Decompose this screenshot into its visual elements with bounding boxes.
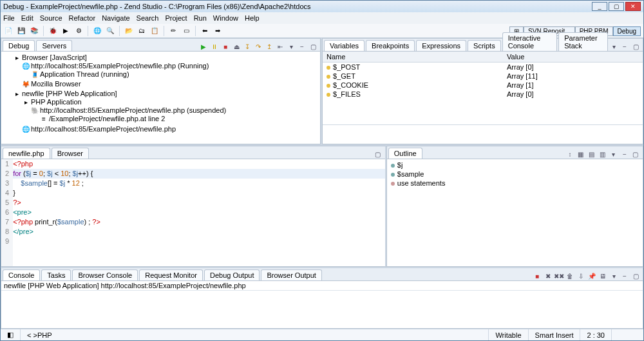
maximize-view-icon[interactable]: ▢ (374, 150, 383, 159)
remove-all-icon[interactable]: ✖✖ (554, 271, 564, 280)
minimize-view-icon[interactable]: − (298, 42, 307, 51)
disconnect-icon[interactable]: ⏏ (232, 42, 241, 51)
tree-node[interactable]: ≡/ExampleProject/newfile.php.at line 2 (40, 114, 317, 123)
outline-item[interactable]: $j (390, 161, 640, 170)
maximize-view-icon[interactable]: ▢ (631, 150, 640, 159)
browser-icon[interactable]: 🌐 (92, 26, 102, 36)
outline-item[interactable]: use statements (390, 179, 640, 188)
terminate-icon[interactable]: ■ (221, 42, 230, 51)
view-menu-icon[interactable]: ▾ (287, 42, 296, 51)
console-output[interactable] (1, 291, 643, 328)
pin-icon[interactable]: 📌 (587, 271, 596, 280)
rect-icon[interactable]: ▭ (181, 26, 191, 36)
new-icon[interactable]: 📄 (3, 26, 14, 36)
tab-parameter-stack[interactable]: Parameter Stack (558, 32, 608, 51)
variables-table[interactable]: NameValue $_POSTArray [0]$_GETArray [11]… (323, 52, 643, 99)
perspective-debug[interactable]: Debug (613, 26, 641, 36)
tab-variables[interactable]: Variables (324, 40, 365, 51)
tab-browser-console[interactable]: Browser Console (72, 269, 138, 280)
menu-edit[interactable]: Edit (21, 14, 33, 22)
nav-fwd-icon[interactable]: ➡ (213, 26, 223, 36)
tab-request-monitor[interactable]: Request Monitor (139, 269, 203, 280)
tab-debug-output[interactable]: Debug Output (204, 269, 260, 280)
step-over-icon[interactable]: ↷ (254, 42, 263, 51)
tab-console[interactable]: Console (3, 269, 40, 280)
terminate-icon[interactable]: ■ (533, 271, 542, 280)
tree-node[interactable]: ▸Browser [JavaScript]🌐http://localhost:8… (13, 53, 317, 89)
tab-breakpoints[interactable]: Breakpoints (366, 40, 415, 51)
menu-navigate[interactable]: Navigate (102, 14, 129, 22)
view-menu-icon[interactable]: ▾ (609, 150, 618, 159)
menu-refactor[interactable]: Refactor (69, 14, 96, 22)
maximize-view-icon[interactable]: ▢ (631, 42, 640, 51)
text-icon[interactable]: ✏ (168, 26, 178, 36)
menu-file[interactable]: File (3, 14, 15, 22)
sort-icon[interactable]: ↕ (565, 150, 574, 159)
view-menu-icon[interactable]: ▾ (609, 42, 618, 51)
open-console-icon[interactable]: ▾ (609, 271, 618, 280)
debug-icon[interactable]: 🐞 (48, 26, 58, 36)
tab-debug[interactable]: Debug (3, 40, 35, 51)
save-all-icon[interactable]: 📚 (29, 26, 39, 36)
debug-tree[interactable]: ▸Browser [JavaScript]🌐http://localhost:8… (1, 52, 320, 144)
task-icon[interactable]: 📋 (149, 26, 160, 36)
tree-node[interactable]: 🦊Mozilla Browser (22, 79, 317, 88)
suspend-icon[interactable]: ⏸ (210, 42, 219, 51)
display-icon[interactable]: 🖥 (598, 271, 607, 280)
filter3-icon[interactable]: ▥ (598, 150, 607, 159)
window-minimize-button[interactable]: _ (592, 2, 607, 11)
tab-scripts[interactable]: Scripts (468, 40, 501, 51)
step-return-icon[interactable]: ↥ (265, 42, 274, 51)
maximize-view-icon[interactable]: ▢ (308, 42, 317, 51)
remove-launch-icon[interactable]: ✖ (544, 271, 553, 280)
tab-interactive-console[interactable]: Interactive Console (502, 32, 558, 51)
filter2-icon[interactable]: ▤ (587, 150, 596, 159)
outline-item[interactable]: $sample (390, 170, 640, 179)
menu-search[interactable]: Search (137, 14, 159, 22)
resume-icon[interactable]: ▶ (199, 42, 208, 51)
tree-node[interactable]: ▸PHP Application🐘http://localhost:85/Exa… (22, 97, 317, 124)
column-value[interactable]: Value (503, 52, 643, 63)
maximize-view-icon[interactable]: ▢ (631, 271, 640, 280)
ext-tools-icon[interactable]: ⚙ (73, 26, 84, 36)
drop-frame-icon[interactable]: ⇤ (276, 42, 285, 51)
variable-row[interactable]: $_POSTArray [0] (323, 63, 643, 72)
menu-source[interactable]: Source (40, 14, 62, 22)
menu-project[interactable]: Project (165, 14, 187, 22)
tree-node[interactable]: 🌐http://localhost:85/ExampleProject/newf… (22, 124, 317, 133)
tab-servers[interactable]: Servers (36, 40, 72, 51)
variable-row[interactable]: $_GETArray [11] (323, 72, 643, 81)
window-close-button[interactable]: ✕ (625, 2, 641, 11)
step-into-icon[interactable]: ↧ (243, 42, 252, 51)
code-editor[interactable]: 123456789 <?phpfor ($j = 0; $j < 10; $j+… (1, 159, 385, 266)
menu-window[interactable]: Window (213, 14, 238, 22)
tab-browser-output[interactable]: Browser Output (261, 269, 321, 280)
tree-node[interactable]: 🐘http://localhost:85/ExampleProject/newf… (31, 106, 317, 124)
filter1-icon[interactable]: ▦ (576, 150, 585, 159)
variable-row[interactable]: $_FILESArray [0] (323, 90, 643, 99)
tree-node[interactable]: 🧵Application Thread (running) (31, 70, 317, 79)
scroll-lock-icon[interactable]: ⇩ (576, 271, 585, 280)
folder-icon[interactable]: 🗂 (137, 26, 147, 36)
open-type-icon[interactable]: 📂 (124, 26, 134, 36)
menu-run[interactable]: Run (194, 14, 207, 22)
tab-expressions[interactable]: Expressions (416, 40, 466, 51)
menu-help[interactable]: Help (245, 14, 260, 22)
outline-list[interactable]: $j$sampleuse statements (387, 159, 643, 266)
save-icon[interactable]: 💾 (16, 26, 26, 36)
variable-row[interactable]: $_COOKIEArray [1] (323, 81, 643, 90)
tab-tasks[interactable]: Tasks (41, 269, 71, 280)
column-name[interactable]: Name (323, 52, 503, 63)
search-icon[interactable]: 🔍 (105, 26, 115, 36)
tab-newfile-php[interactable]: newfile.php (3, 148, 50, 159)
tab-browser[interactable]: Browser (52, 148, 89, 159)
window-maximize-button[interactable]: ▢ (609, 2, 624, 11)
run-icon[interactable]: ▶ (61, 26, 71, 36)
tree-node[interactable]: 🌐http://localhost:85/ExampleProject/newf… (22, 61, 317, 79)
minimize-view-icon[interactable]: − (620, 271, 629, 280)
tab-outline[interactable]: Outline (388, 148, 422, 159)
tree-node[interactable]: ▸newfile [PHP Web Application]▸PHP Appli… (13, 89, 317, 134)
minimize-view-icon[interactable]: − (620, 150, 629, 159)
nav-back-icon[interactable]: ⬅ (200, 26, 210, 36)
clear-icon[interactable]: 🗑 (565, 271, 574, 280)
